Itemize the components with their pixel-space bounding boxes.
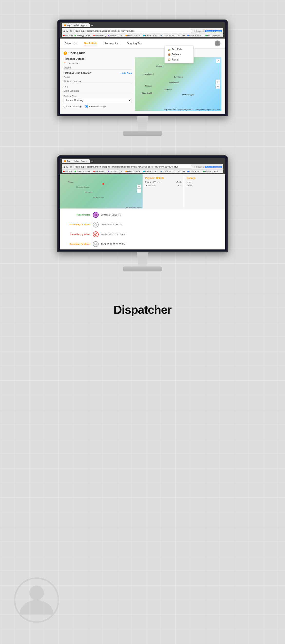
back-btn-1[interactable]: ◀ bbox=[63, 30, 65, 32]
bookmark2-bootstrap[interactable]: Free Bootstra... bbox=[108, 170, 123, 172]
svg-line-4 bbox=[96, 225, 97, 226]
back-btn-2[interactable]: ◀ bbox=[63, 166, 65, 168]
auto-assign-radio[interactable] bbox=[85, 105, 88, 108]
bookmark2-pngegg[interactable]: PNGEgg - Excl... bbox=[74, 170, 91, 172]
map-city-label4: Rio de Janeiro bbox=[93, 196, 104, 198]
bookmark2-bus[interactable]: Bus Ticket Ap... bbox=[143, 170, 159, 172]
dashboard-favicon-2 bbox=[125, 171, 127, 172]
map-label-koyambedu: கோயம்புத்தூர் bbox=[169, 82, 179, 84]
mobile-input[interactable] bbox=[64, 66, 132, 70]
map-expand-btn[interactable]: ⤢ bbox=[216, 59, 220, 63]
bookmark-label-2: Free Bootstra... bbox=[110, 170, 123, 172]
nav-book-ride[interactable]: Book Ride bbox=[84, 41, 97, 46]
booking-type-select[interactable]: Instant Booking bbox=[64, 98, 132, 103]
flag-icon: 🇮🇳 bbox=[64, 62, 66, 64]
bookmark-laravel[interactable]: Laravel Blog bbox=[93, 34, 106, 36]
reload-btn-1[interactable]: ↻ bbox=[70, 30, 72, 32]
bookmark-find[interactable]: Find Near By L... bbox=[205, 34, 222, 36]
dropdown-taxi[interactable]: 🚕 Taxi Ride bbox=[165, 47, 193, 52]
bookmark-label: Bus Ticket Ap... bbox=[145, 34, 159, 36]
address-bar-1[interactable]: tagxi-super-bidding.ondemandappc.com/boo… bbox=[73, 29, 192, 33]
pickup-input[interactable] bbox=[64, 80, 132, 84]
dropdown-menu: 🚕 Taxi Ride 📦 Delivery 🏠 Rental bbox=[164, 46, 194, 64]
pngegg-favicon-2 bbox=[74, 171, 76, 172]
bookmark-pngegg[interactable]: PNGEgg - Excl... bbox=[74, 34, 91, 36]
bookmark2-laravel[interactable]: Laravel Blog bbox=[93, 170, 106, 172]
reload-btn-2[interactable]: ↻ bbox=[70, 166, 72, 168]
bookmark-bus[interactable]: Bus Ticket Ap... bbox=[143, 34, 159, 36]
bookmark2-imported[interactable]: Imported bbox=[178, 170, 186, 172]
dropdown-delivery[interactable]: 📦 Delivery bbox=[165, 52, 193, 57]
svg-point-8 bbox=[95, 243, 96, 245]
bookmark-place[interactable]: Place Autococ... bbox=[187, 34, 203, 36]
bookmark2-download[interactable]: Download Pa... bbox=[161, 170, 176, 172]
bookmark-label-2: Download Pa... bbox=[162, 170, 176, 172]
bookmark2-find[interactable]: Find Near By L... bbox=[203, 170, 220, 172]
new-tab-btn-1[interactable]: + bbox=[91, 24, 93, 27]
monitor-base-2 bbox=[123, 266, 162, 272]
bus-favicon bbox=[143, 35, 145, 36]
browser-tab-active-2[interactable]: Tagxi - Admin App ✕ bbox=[62, 159, 90, 163]
forward-btn-1[interactable]: ▶ bbox=[66, 30, 68, 32]
manual-assign-option[interactable]: Manual Assign bbox=[64, 105, 82, 108]
star-icon-1[interactable]: ☆ bbox=[194, 30, 195, 32]
monitor-base-1 bbox=[123, 131, 162, 136]
manual-assign-radio[interactable] bbox=[64, 105, 67, 108]
nav-ongoing-trip[interactable]: Ongoing Trip bbox=[127, 41, 142, 46]
mobile-field: 🇮🇳 +91 Mobile bbox=[64, 62, 132, 70]
svg-point-11 bbox=[29, 586, 44, 600]
dispatch-zoom-in[interactable]: + bbox=[137, 184, 141, 188]
timeline-date-1: 2024-05-21 12:16 PM bbox=[101, 223, 122, 226]
bookmark-label: Download Pa... bbox=[162, 34, 176, 36]
map-label-pollachi: Pollachi bbox=[165, 88, 172, 90]
taxi-icon: 🚕 bbox=[168, 48, 171, 51]
new-tab-btn-2[interactable]: + bbox=[91, 159, 93, 163]
relaunch-btn-2[interactable]: Relaunch to update bbox=[205, 166, 222, 168]
delivery-icon: 📦 bbox=[168, 53, 171, 56]
bookmark-youtube[interactable]: YouTube bbox=[63, 34, 73, 36]
tab-close-2[interactable]: ✕ bbox=[85, 160, 87, 162]
bookmark-dashboard[interactable]: Dashboard - A... bbox=[125, 34, 142, 36]
place-favicon-2 bbox=[187, 171, 189, 172]
bookmark2-youtube[interactable]: YouTube bbox=[63, 170, 73, 172]
nav-request-list[interactable]: Request List bbox=[104, 41, 119, 46]
star-icon-2[interactable]: ☆ bbox=[194, 166, 195, 168]
bookmark-bootstrap[interactable]: Free Bootstra... bbox=[108, 34, 123, 36]
laravel-favicon-2 bbox=[93, 171, 95, 172]
tab-favicon-1 bbox=[64, 24, 66, 26]
mobile-prefix: +91 bbox=[67, 62, 71, 64]
bookmark-imported[interactable]: Imported bbox=[178, 34, 186, 36]
svg-line-9 bbox=[96, 244, 97, 245]
svg-point-3 bbox=[95, 224, 96, 225]
auto-assign-label: Automatic assign bbox=[89, 105, 106, 108]
pickup-label: Pickup bbox=[64, 76, 132, 78]
map-zoom-in[interactable]: + bbox=[216, 80, 220, 84]
bookmark-label-2: YouTube bbox=[65, 170, 73, 172]
dispatch-zoom-out[interactable]: − bbox=[137, 189, 141, 193]
dropdown-rental[interactable]: 🏠 Rental bbox=[165, 57, 193, 62]
bookmark-download[interactable]: Download Pa... bbox=[161, 34, 176, 36]
relaunch-btn-1[interactable]: Relaunch to update bbox=[205, 30, 222, 32]
dispatch-app: Atibaia Mogi das Cruzes São Paulo Rio de… bbox=[60, 174, 225, 250]
tab-close-1[interactable]: ✕ bbox=[85, 24, 87, 26]
monitor-neck-1 bbox=[133, 116, 152, 131]
add-stop-btn[interactable]: + Add Stop bbox=[120, 72, 132, 74]
timeline-item-0: Ride Created 🏃 20 May 24 05:59 PM bbox=[64, 212, 221, 218]
auto-assign-option[interactable]: Automatic assign bbox=[85, 105, 106, 108]
bookmark-label-2: Laravel Blog bbox=[95, 170, 106, 172]
section-title: ? Book a Ride bbox=[64, 52, 221, 55]
forward-btn-2[interactable]: ▶ bbox=[66, 166, 68, 168]
mobile-label-text: Mobile bbox=[72, 62, 78, 64]
timeline-label-0: Ride Created bbox=[64, 214, 90, 216]
bookmark2-place[interactable]: Place Autoc... bbox=[187, 170, 201, 172]
bookmark-label-2: Imported bbox=[178, 170, 186, 172]
nav-driver-list[interactable]: Driver List bbox=[64, 41, 77, 46]
nav-avatar[interactable] bbox=[215, 40, 221, 46]
address-bar-2[interactable]: tagxi-super-bidding.ondemandappc.com/dis… bbox=[73, 165, 192, 169]
bookmark2-dashboard[interactable]: Dashboard - A... bbox=[125, 170, 142, 172]
monitor-neck-2 bbox=[133, 252, 152, 266]
browser-tab-active-1[interactable]: Tagxi - Admin App ✕ bbox=[62, 24, 90, 27]
timeline-icon-2 bbox=[93, 232, 99, 237]
map-zoom-out[interactable]: − bbox=[216, 84, 220, 89]
drop-input[interactable] bbox=[64, 89, 132, 93]
